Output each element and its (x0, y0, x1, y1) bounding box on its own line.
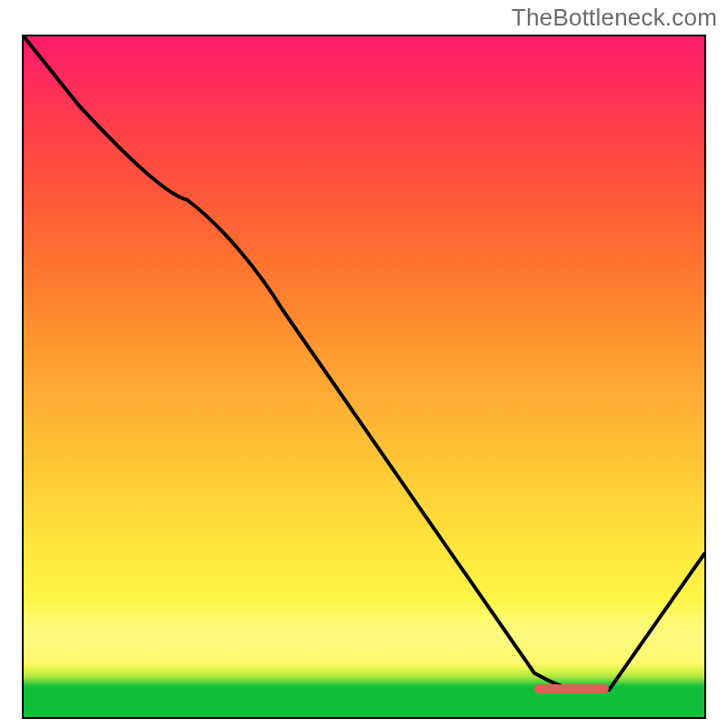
plot-frame (22, 35, 706, 719)
bottleneck-curve (24, 36, 704, 717)
valley-marker (534, 684, 609, 693)
watermark-text: TheBottleneck.com (511, 4, 717, 32)
chart-stage: TheBottleneck.com (0, 0, 728, 728)
